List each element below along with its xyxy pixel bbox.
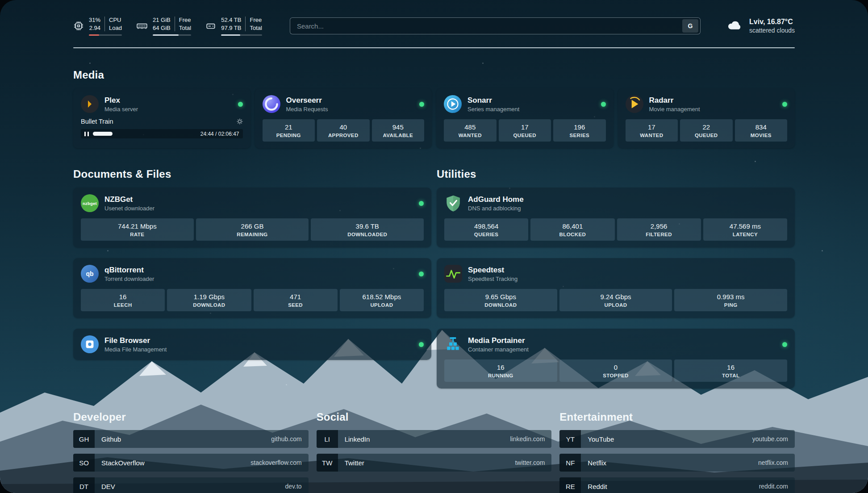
service-card-nzbget[interactable]: nzbget NZBGet Usenet downloader 744.21 M… xyxy=(73,188,431,247)
stat-box: 86,401 BLOCKED xyxy=(530,218,614,241)
disk-usage-fill xyxy=(221,34,240,36)
disk-usage-bar xyxy=(221,34,262,36)
service-name: NZBGet xyxy=(104,195,154,204)
header-divider xyxy=(73,47,795,48)
bookmark-reddit[interactable]: RE Reddit reddit.com xyxy=(559,477,795,493)
stat-label: AVAILABLE xyxy=(374,133,423,138)
service-card-filebrowser[interactable]: File Browser Media File Management xyxy=(73,329,431,360)
memory-usage-fill xyxy=(153,34,179,36)
stat-value: 16 xyxy=(676,363,785,371)
section-title-social: Social xyxy=(317,411,552,423)
service-card-sonarr[interactable]: Sonarr Series management 485 WANTED 17 Q… xyxy=(436,88,613,148)
service-card-overseerr[interactable]: Overseerr Media Requests 21 PENDING 40 A… xyxy=(255,88,432,148)
service-header: nzbget NZBGet Usenet downloader xyxy=(81,194,424,212)
bookmark-url: youtube.com xyxy=(752,430,795,448)
bookmark-netflix[interactable]: NF Netflix netflix.com xyxy=(559,454,795,472)
memory-total-label: Total xyxy=(179,24,191,32)
stat-box: 17 WANTED xyxy=(626,119,678,142)
progress-track[interactable] xyxy=(93,132,196,136)
stat-value: 0 xyxy=(561,363,671,371)
disk-free-value: 52.4 TB xyxy=(221,16,241,24)
search-input[interactable] xyxy=(290,22,682,30)
bookmark-url: netflix.com xyxy=(758,454,795,472)
sonarr-icon xyxy=(444,95,462,113)
service-subtitle: DNS and adblocking xyxy=(468,205,524,212)
stat-label: QUEUED xyxy=(682,133,731,138)
section-title-developer: Developer xyxy=(73,411,309,423)
stat-value: 16 xyxy=(83,293,163,301)
bookmark-twitter[interactable]: TW Twitter twitter.com xyxy=(317,454,552,472)
stat-label: STOPPED xyxy=(561,373,671,378)
stat-label: BLOCKED xyxy=(532,232,613,237)
bookmark-name: Twitter xyxy=(338,454,364,472)
settings-gear-icon[interactable] xyxy=(237,118,243,125)
service-subtitle: Media server xyxy=(104,106,138,113)
stat-label: REMAINING xyxy=(198,232,307,237)
service-card-radarr[interactable]: Radarr Movie management 17 WANTED 22 QUE… xyxy=(618,88,795,148)
stat-label: SEED xyxy=(255,302,336,308)
stat-value: 22 xyxy=(682,123,731,131)
cpu-usage-bar xyxy=(89,34,122,36)
service-name: Radarr xyxy=(649,96,700,105)
bookmark-stackoverflow[interactable]: SO StackOverflow stackoverflow.com xyxy=(73,454,309,472)
stat-value: 744.21 Mbps xyxy=(83,222,192,230)
service-subtitle: Speedtest Tracking xyxy=(468,276,517,282)
bookmark-abbr: LI xyxy=(317,430,338,448)
bookmark-dev[interactable]: DT DEV dev.to xyxy=(73,477,309,493)
stat-value: 21 xyxy=(264,123,313,131)
service-subtitle: Usenet downloader xyxy=(104,205,154,212)
section-title-media: Media xyxy=(73,69,795,81)
nzbget-icon-text: nzbget xyxy=(83,201,97,206)
stat-value: 471 xyxy=(255,293,336,301)
bookmark-url: reddit.com xyxy=(759,477,795,493)
pause-button[interactable] xyxy=(84,132,89,136)
service-name: qBittorrent xyxy=(104,266,154,275)
stat-label: WANTED xyxy=(627,133,676,138)
bookmark-youtube[interactable]: YT YouTube youtube.com xyxy=(559,430,795,448)
bookmark-linkedin[interactable]: LI LinkedIn linkedin.com xyxy=(317,430,552,448)
service-stats: 21 PENDING 40 APPROVED 945 AVAILABLE xyxy=(263,119,425,142)
service-name: Media Portainer xyxy=(468,336,529,345)
stat-box: 471 SEED xyxy=(254,289,338,311)
service-header: Radarr Movie management xyxy=(626,95,788,113)
service-header: Sonarr Series management xyxy=(444,95,606,113)
playback-time: 24:44 / 02:06:47 xyxy=(200,131,239,137)
service-name: Plex xyxy=(104,96,138,105)
cpu-load-label: Load xyxy=(109,24,122,32)
disk-free-label: Free xyxy=(250,16,262,24)
service-header: Media Portainer Container management xyxy=(444,335,787,353)
service-stats: 485 WANTED 17 QUEUED 196 SERIES xyxy=(444,119,606,142)
service-card-speedtest[interactable]: Speedtest Speedtest Tracking 9.65 Gbps D… xyxy=(437,258,795,318)
bookmark-name: Reddit xyxy=(581,477,607,493)
cloud-icon xyxy=(726,19,743,33)
disk-total-value: 97.9 TB xyxy=(221,24,241,32)
resource-monitors: 31% 2.94 CPU Load xyxy=(73,16,262,36)
stat-value: 17 xyxy=(627,123,676,131)
search-provider-button[interactable]: G xyxy=(682,19,698,33)
bookmark-abbr: GH xyxy=(73,430,95,448)
stat-box: 39.6 TB DOWNLOADED xyxy=(311,218,424,241)
service-subtitle: Torrent downloader xyxy=(104,276,154,282)
service-stats: 17 WANTED 22 QUEUED 834 MOVIES xyxy=(626,119,788,142)
bookmark-github[interactable]: GH Github github.com xyxy=(73,430,309,448)
service-subtitle: Media Requests xyxy=(286,106,328,113)
stat-label: PENDING xyxy=(264,133,313,138)
status-indicator xyxy=(782,342,787,347)
now-playing-title: Bullet Train xyxy=(81,118,113,125)
service-header: Overseerr Media Requests xyxy=(263,95,425,113)
stat-box: 945 AVAILABLE xyxy=(372,119,425,142)
stat-value: 0.993 ms xyxy=(676,293,785,301)
service-header: File Browser Media File Management xyxy=(81,335,424,353)
snow-specks xyxy=(0,0,1,1)
service-card-portainer[interactable]: Media Portainer Container management 16 … xyxy=(437,329,795,389)
service-card-qbittorrent[interactable]: qb qBittorrent Torrent downloader 16 xyxy=(73,258,431,318)
media-card-grid: Plex Media server Bullet Train xyxy=(73,88,795,148)
service-stats: 744.21 Mbps RATE 266 GB REMAINING 39.6 T… xyxy=(81,218,424,241)
memory-widget: 21 GiB 64 GiB Free Total xyxy=(136,16,191,36)
status-indicator xyxy=(782,102,787,107)
stat-box: 744.21 Mbps RATE xyxy=(81,218,194,241)
service-card-plex[interactable]: Plex Media server Bullet Train xyxy=(73,88,250,148)
service-card-adguard[interactable]: AdGuard Home DNS and adblocking 498,564 … xyxy=(437,188,795,247)
now-playing-row: Bullet Train xyxy=(81,118,243,125)
cpu-widget: 31% 2.94 CPU Load xyxy=(73,16,122,36)
